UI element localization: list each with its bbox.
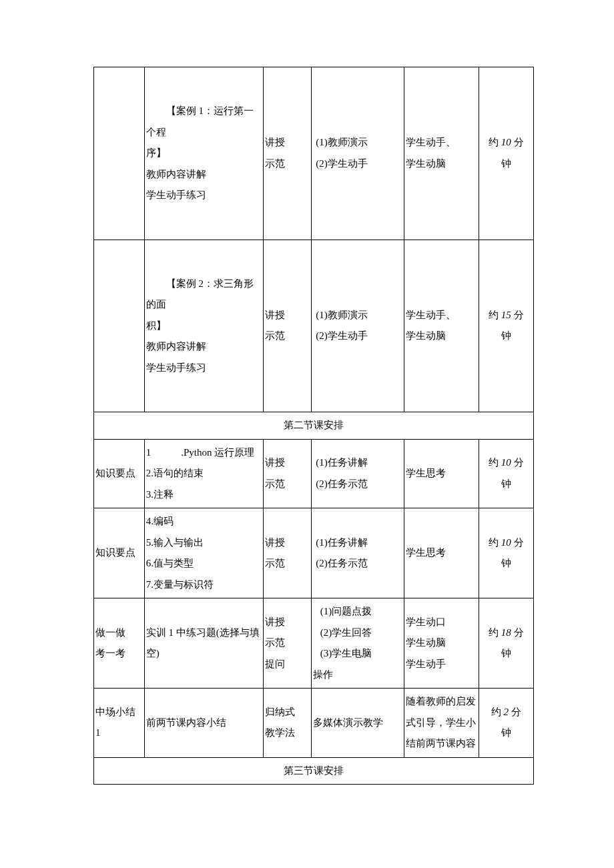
section-header-row: 第三节课安排 [94,757,534,785]
cell-content: 实训 1 中练习题(选择与填空) [144,598,263,689]
cell-activity: (1)教师演示 (2)学生动手 [312,67,404,240]
category-text: 考一考 [95,643,143,665]
method-text: 讲授 [265,612,310,633]
time-text: 约 2 分 [481,702,532,723]
time-text: 约 18 分 [481,622,532,644]
cell-content: 1 .Python 运行原理 2.语句的结束 3.注释 [144,439,263,508]
time-text: 钟 [481,153,532,175]
table-row: 中场小结 1 前两节课内容小结 归纳式 教学法 多媒体演示教学 随着教师的启发式… [94,689,534,758]
cell-student: 随着教师的启发式引导，学生小结前两节课内容 [404,689,479,758]
time-text: 约 10 分 [481,132,532,153]
content-text: 教师内容讲解 [146,164,262,185]
cell-activity: (1)问题点拨 (2)学生回答 (3)学生电脑 操作 [312,598,404,689]
cell-time: 约 10 分 钟 [479,439,533,508]
cell-category [94,240,145,412]
content-text: 学生动手练习 [146,358,262,379]
method-text: 示范 [265,632,310,654]
cell-method: 归纳式 教学法 [263,689,311,758]
cell-category: 中场小结 1 [94,689,145,758]
student-text: 学生动手 [406,654,477,675]
student-text: 学生动口 [406,612,477,633]
method-text: 示范 [265,153,310,175]
content-text: 教师内容讲解 [146,336,262,358]
activity-text: (1)教师演示 [313,132,402,153]
method-text: 讲授 [265,452,310,474]
activity-text: (2)任务示范 [313,553,402,574]
table-row: 做一做 考一考 实训 1 中练习题(选择与填空) 讲授 示范 提问 (1)问题点… [94,598,534,689]
cell-activity: (1)任务讲解 (2)任务示范 [312,439,404,508]
method-text: 讲授 [265,305,310,326]
cell-method: 讲授 示范 提问 [263,598,311,689]
list-item: 1 .Python 运行原理 [146,442,262,464]
cell-student: 学生动口 学生动脑 学生动手 [404,598,479,689]
table-row: 知识要点 4.编码 5.输入与输出 6.值与类型 7.变量与标识符 讲授 示范 … [94,508,534,598]
cell-category: 做一做 考一考 [94,598,145,689]
activity-text: (1)任务讲解 [313,532,402,554]
cell-content: 4.编码 5.输入与输出 6.值与类型 7.变量与标识符 [144,508,263,598]
content-text: 序】 [146,143,262,164]
list-item: 7.变量与标识符 [146,574,262,596]
cell-category [94,67,145,240]
student-text: 学生动脑 [406,632,477,654]
activity-text: (3)学生电脑 [313,643,402,665]
list-item: 2.语句的结束 [146,463,262,484]
category-text: 做一做 [95,622,143,644]
content-text: 学生动手练习 [146,185,262,206]
method-text: 示范 [265,474,310,495]
table-row: 【案例 1：运行第一个程 序】 教师内容讲解 学生动手练习 讲授 示范 (1)教… [94,67,534,240]
cell-time: 约 10 分 钟 [479,67,533,240]
content-text: 【案例 1：运行第一个程 [146,101,262,143]
content-text: 【案例 2：求三角形的面 [146,274,262,316]
cell-activity: 多媒体演示教学 [312,689,404,758]
table-row: 【案例 2：求三角形的面 积】 教师内容讲解 学生动手练习 讲授 示范 (1)教… [94,240,534,412]
cell-content: 前两节课内容小结 [144,689,263,758]
student-text: 学生动手、 [406,305,477,326]
cell-method: 讲授 示范 [263,67,311,240]
time-text: 约 10 分 [481,532,532,554]
cell-activity: (1)任务讲解 (2)任务示范 [312,508,404,598]
time-text: 约 10 分 [481,452,532,474]
activity-text: (2)任务示范 [313,474,402,495]
cell-category: 知识要点 [94,439,145,508]
content-text: 积】 [146,316,262,337]
method-text: 提问 [265,654,310,675]
cell-method: 讲授 示范 [263,439,311,508]
method-text: 示范 [265,326,310,347]
list-item: 4.编码 [146,511,262,532]
cell-student: 学生思考 [404,508,479,598]
method-text: 示范 [265,553,310,574]
time-text: 约 15 分 [481,305,532,326]
cell-method: 讲授 示范 [263,508,311,598]
time-text: 钟 [481,723,532,744]
lesson-plan-table: 【案例 1：运行第一个程 序】 教师内容讲解 学生动手练习 讲授 示范 (1)教… [93,67,534,785]
activity-text: (2)学生动手 [313,326,402,347]
cell-time: 约 18 分 钟 [479,598,533,689]
time-text: 钟 [481,326,532,347]
student-text: 学生动手、 [406,132,477,153]
time-text: 钟 [481,553,532,574]
cell-student: 学生动手、 学生动脑 [404,240,479,412]
cell-time: 约 10 分 钟 [479,508,533,598]
method-text: 教学法 [265,723,310,744]
method-text: 讲授 [265,532,310,554]
activity-text: (2)学生回答 [313,622,402,644]
method-text: 归纳式 [265,702,310,723]
cell-time: 约 15 分 钟 [479,240,533,412]
activity-text: 操作 [313,665,402,686]
list-item: 5.输入与输出 [146,532,262,554]
method-text: 讲授 [265,132,310,153]
cell-method: 讲授 示范 [263,240,311,412]
time-text: 钟 [481,643,532,665]
cell-category: 知识要点 [94,508,145,598]
student-text: 学生动脑 [406,153,477,175]
table-row: 知识要点 1 .Python 运行原理 2.语句的结束 3.注释 讲授 示范 (… [94,439,534,508]
section-header: 第二节课安排 [94,412,534,440]
section-header-row: 第二节课安排 [94,412,534,440]
cell-content: 【案例 2：求三角形的面 积】 教师内容讲解 学生动手练习 [144,240,263,412]
time-text: 钟 [481,474,532,495]
activity-text: (1)教师演示 [313,305,402,326]
section-header: 第三节课安排 [94,757,534,785]
activity-text: (1)问题点拨 [313,601,402,622]
cell-content: 【案例 1：运行第一个程 序】 教师内容讲解 学生动手练习 [144,67,263,240]
student-text: 学生动脑 [406,326,477,347]
